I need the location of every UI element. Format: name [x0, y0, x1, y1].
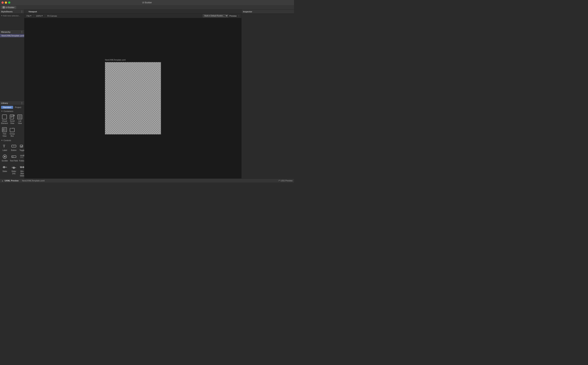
- left-panel: StyleSheets ⋮ + Add new selector... Hier…: [0, 10, 24, 178]
- lib-item-scroll-view[interactable]: Scroll View: [9, 113, 16, 126]
- lib-item-slider[interactable]: Slider: [1, 163, 9, 178]
- slider-int-label: Slider (Int): [10, 170, 18, 175]
- list-view-label: List View: [17, 120, 23, 125]
- runtime-select[interactable]: Built-in Default Runtim...: [203, 14, 228, 17]
- slider-int-icon: I |: [11, 165, 16, 170]
- file-chevron-icon: ▾: [30, 14, 31, 17]
- bottom-bar: ▲ UXML Preview – NewUXMLTemplate.uxml ↗ …: [0, 178, 294, 182]
- containers-label: Containers: [4, 110, 13, 112]
- group-box-icon: GBox: [10, 127, 15, 132]
- min-max-slider-label: Min-MaxSlider: [19, 170, 24, 177]
- lib-item-button[interactable]: Button: [9, 142, 19, 153]
- controls-label: Controls: [4, 139, 11, 141]
- toolbar-separator-1: [34, 14, 34, 17]
- scroller-icon: [2, 154, 7, 159]
- tab-icon: [3, 6, 5, 8]
- tab-standard[interactable]: Standard: [1, 106, 13, 109]
- viewport-toolbar: File ▾ 100% ▾ Fit Canvas Built-in Defaul…: [24, 14, 241, 18]
- viewport-area: ⋮ Viewport File ▾ 100% ▾ Fit Canvas Buil…: [24, 10, 241, 178]
- add-selector-row[interactable]: + Add new selector...: [0, 14, 24, 18]
- preview-label: Preview: [229, 15, 236, 17]
- svg-text:I: I: [13, 167, 14, 168]
- foldout-label: Foldout: [19, 160, 24, 162]
- scroll-view-label: Scroll View: [9, 120, 15, 125]
- tab-project[interactable]: Project: [13, 106, 23, 109]
- add-selector-label: Add new selector...: [3, 14, 20, 17]
- library-tabs: Standard Project: [0, 105, 24, 109]
- fit-canvas-button[interactable]: Fit Canvas: [47, 14, 58, 17]
- svg-point-37: [20, 166, 22, 168]
- file-label: File: [27, 15, 30, 17]
- close-button[interactable]: [1, 1, 4, 4]
- hierarchy-menu-icon[interactable]: ⋮: [21, 30, 23, 33]
- preview-button[interactable]: Preview: [229, 15, 236, 17]
- tree-view-label: Tree View: [1, 133, 8, 137]
- library-menu-icon[interactable]: ⋮: [21, 102, 23, 105]
- lib-item-toggle[interactable]: Toggle: [19, 142, 24, 153]
- viewport-title: Viewport: [28, 11, 37, 13]
- drag-handle[interactable]: ⋮: [26, 10, 27, 13]
- stylesheets-menu-icon[interactable]: ⋮: [21, 10, 23, 13]
- lib-item-visual-element[interactable]: VisualElement: [1, 113, 8, 126]
- window-title: UI Builder: [142, 1, 152, 4]
- list-view-icon: [17, 114, 22, 119]
- title-bar: UI Builder: [0, 0, 294, 5]
- svg-text:|: |: [12, 166, 12, 167]
- controls-grid: T Label Button: [0, 142, 24, 178]
- svg-point-24: [4, 156, 6, 157]
- lib-item-min-max-slider[interactable]: Min-MaxSlider: [19, 163, 24, 178]
- slider-icon: [2, 165, 7, 170]
- file-button[interactable]: File ▾: [26, 14, 32, 17]
- external-link-icon: ↗: [278, 179, 280, 182]
- zoom-button[interactable]: 100% ▾: [35, 14, 43, 17]
- containers-section-header[interactable]: ▼ Containers: [0, 110, 24, 113]
- lib-item-foldout[interactable]: Foldout: [19, 153, 24, 163]
- containers-arrow-icon: ▼: [1, 110, 3, 112]
- lib-item-scroller[interactable]: Scroller: [1, 153, 9, 163]
- svg-text:GBox: GBox: [11, 128, 13, 129]
- tab-bar: UI Builder: [0, 5, 294, 10]
- toggle-icon: [20, 144, 24, 149]
- canvas-label: NewUXMLTemplate.uxml: [105, 59, 126, 61]
- lib-item-text-field[interactable]: T| Text Field: [9, 153, 19, 163]
- viewport-header: ⋮ Viewport: [24, 10, 241, 14]
- svg-rect-0: [2, 115, 7, 119]
- visual-element-label: VisualElement: [1, 120, 8, 125]
- maximize-button[interactable]: [8, 1, 10, 4]
- svg-point-38: [22, 166, 24, 168]
- inspector-panel: Inspector: [241, 10, 294, 178]
- ui-builder-tab[interactable]: UI Builder: [1, 6, 16, 9]
- lib-item-label[interactable]: T Label: [1, 142, 9, 153]
- label-icon: T: [2, 144, 7, 149]
- window-controls: [0, 1, 10, 4]
- svg-rect-2: [14, 115, 14, 116]
- svg-rect-1: [10, 115, 14, 119]
- uxml-preview-title: UXML Preview: [5, 180, 19, 182]
- controls-section-header[interactable]: ▼ Controls: [0, 139, 24, 142]
- lib-item-group-box[interactable]: GBox Group Box: [9, 126, 16, 138]
- hierarchy-header: Hierarchy ⋮: [0, 30, 24, 34]
- tab-label: UI Builder: [6, 6, 14, 8]
- lib-item-list-view[interactable]: List View: [16, 113, 23, 126]
- scroller-label: Scroller: [2, 160, 8, 162]
- uxml-filename: NewUXMLTemplate.uxml: [22, 180, 45, 182]
- label-label: Label: [3, 149, 7, 151]
- zoom-label: 100%: [36, 15, 41, 17]
- more-options-icon[interactable]: ⋮: [238, 14, 240, 17]
- library-scroll[interactable]: ▼ Containers VisualElement: [0, 109, 24, 178]
- canvas-content: [105, 62, 161, 134]
- bottom-expand-icon[interactable]: ▲: [1, 180, 4, 182]
- lib-item-tree-view[interactable]: Tree View: [1, 126, 8, 138]
- uss-preview-button[interactable]: ↗ USS Preview: [278, 179, 292, 182]
- stylesheets-header: StyleSheets ⋮: [0, 10, 24, 14]
- stylesheets-panel: StyleSheets ⋮ + Add new selector...: [0, 10, 24, 30]
- button-icon: [11, 144, 16, 149]
- lib-item-slider-int[interactable]: I | Slider (Int): [9, 163, 19, 178]
- bottom-separator: –: [20, 180, 21, 182]
- hierarchy-root-item[interactable]: NewUXMLTemplate.uxml: [0, 34, 24, 37]
- minimize-button[interactable]: [5, 1, 7, 4]
- stylesheets-title: StyleSheets: [1, 11, 13, 13]
- svg-text:T: T: [3, 144, 5, 148]
- toolbar-separator-2: [45, 14, 45, 17]
- svg-point-31: [3, 166, 5, 168]
